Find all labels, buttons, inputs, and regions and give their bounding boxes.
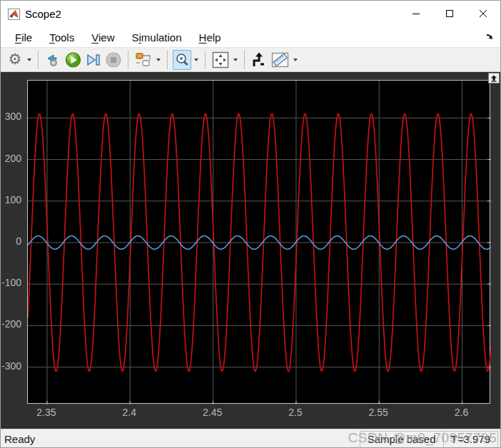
status-ready-text: Ready [4,433,360,445]
y-tick-label: -300 [1,360,24,372]
status-cells: Sample based T=3.979 [360,431,497,448]
fit-to-view-icon [211,51,230,68]
x-tick-label: 2.45 [203,407,222,418]
toolbar: ⚙ [1,48,500,72]
minimize-button[interactable] [400,1,433,27]
toolbar-separator [244,51,245,69]
cursor-measurements-button[interactable] [270,50,290,70]
menu-tools[interactable]: Tools [41,29,83,46]
arrow-up-icon [490,75,497,82]
simulink-blocks-icon [134,51,153,68]
highlight-block-dropdown-caret[interactable] [156,58,161,61]
menu-help[interactable]: Help [191,29,230,46]
x-tick-label: 2.35 [36,407,56,418]
menu-view[interactable]: View [83,29,123,46]
stepping-options-button[interactable] [44,50,62,70]
y-tick-labels: -300-200-1000100200300 [1,72,24,429]
toolbar-separator [205,51,206,69]
measurements-dropdown-caret[interactable] [293,58,298,61]
run-button[interactable] [64,50,83,70]
toolbar-separator [38,51,39,69]
zoom-magnifier-icon [173,52,191,68]
status-sim-time: T=3.979 [443,431,498,448]
maximize-button[interactable] [433,1,467,27]
y-tick-label: 200 [1,153,24,164]
y-tick-label: -200 [1,318,24,330]
scope-axes [27,80,490,404]
run-icon [64,51,82,68]
plot-region: -300-200-1000100200300 2.352.42.452.52.5… [1,72,500,429]
window-title: Scope2 [25,8,61,20]
menu-bar: File Tools View Simulation Help [1,27,500,48]
window-controls [400,1,500,27]
close-button[interactable] [467,1,500,27]
stepping-options-icon [44,52,61,68]
scope-window: Scope2 File Tools View Simulation Help ⚙ [0,0,501,448]
zoom-dropdown-caret[interactable] [194,58,198,61]
gear-icon: ⚙ [9,52,22,67]
y-tick-label: 0 [1,235,24,247]
fit-to-view-button[interactable] [211,50,231,70]
step-forward-icon [85,52,102,68]
stop-button[interactable] [104,50,123,70]
highlight-simulink-block-button[interactable] [133,50,153,70]
x-tick-label: 2.5 [288,407,302,418]
settings-gear-button[interactable]: ⚙ [6,50,24,70]
zoom-button[interactable] [173,50,191,70]
measurements-ruler-icon [270,51,290,68]
scope-canvas[interactable] [28,81,491,404]
context-menu-arrow-icon[interactable] [485,31,495,44]
menu-file[interactable]: File [6,29,41,46]
menu-simulation[interactable]: Simulation [123,29,190,46]
y-tick-label: 100 [1,194,24,205]
x-tick-labels: 2.352.42.452.52.552.6 [1,407,501,421]
title-bar: Scope2 [1,1,500,27]
step-forward-button[interactable] [84,50,103,70]
dock-panel-button[interactable] [488,73,500,83]
y-tick-label: 300 [1,111,24,122]
x-tick-label: 2.4 [123,407,136,418]
fit-to-view-dropdown-caret[interactable] [233,58,238,61]
toolbar-separator [167,51,168,69]
x-tick-label: 2.55 [369,407,388,418]
trigger-icon [250,51,268,68]
trigger-button[interactable] [250,50,268,70]
toolbar-separator [128,51,128,69]
stop-icon [105,51,122,68]
settings-dropdown-caret[interactable] [27,58,31,61]
x-tick-label: 2.6 [455,407,468,418]
status-sample-mode: Sample based [360,431,444,448]
status-bar: Ready Sample based T=3.979 CSDN @m0_7095… [1,429,500,448]
matlab-logo-icon [8,9,20,20]
y-tick-label: -100 [1,277,24,288]
